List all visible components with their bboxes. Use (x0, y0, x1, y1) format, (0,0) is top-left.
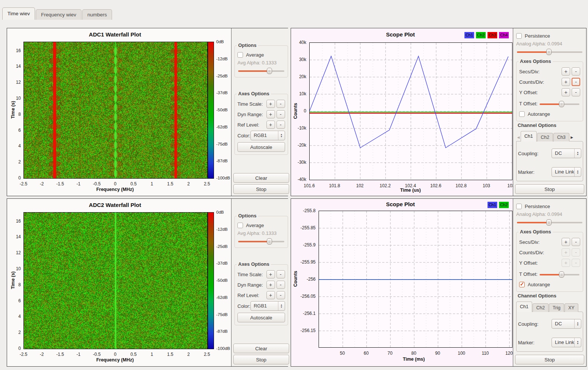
coupling-value: DC (552, 149, 574, 158)
coupling-select[interactable]: DC ▲▼ (552, 319, 581, 329)
autoscale-button[interactable]: Autoscale (237, 313, 285, 322)
tab-numbers[interactable]: numbers (82, 9, 112, 20)
legend-chip-ch1[interactable]: Ch1 (464, 32, 474, 38)
scope1-canvas[interactable] (309, 42, 512, 180)
secs-div-plus-button[interactable]: + (562, 67, 570, 76)
spin-up-down-icon[interactable]: ▲▼ (574, 168, 581, 176)
time-scale-minus-button[interactable]: - (277, 100, 285, 108)
marker-select[interactable]: Line Link ▲▼ (552, 167, 581, 177)
slider-handle[interactable] (546, 219, 552, 226)
y-offset-minus-button[interactable]: - (572, 88, 580, 96)
tab-time-view[interactable]: Time wiev (2, 7, 35, 20)
marker-select[interactable]: Line Link ▲▼ (552, 338, 581, 347)
waterfall1-control-panel: Options Average Avg Alpha: 0.1333 Axes O… (231, 28, 291, 196)
spin-up-down-icon[interactable]: ▲▼ (574, 149, 581, 158)
t-offset-label: T Offset: (519, 271, 537, 277)
slider-handle[interactable] (559, 271, 564, 278)
slider-handle[interactable] (267, 238, 272, 245)
slider-handle[interactable] (267, 68, 272, 74)
y-tick-label: 0 (18, 175, 21, 181)
ref-level-plus-button[interactable]: + (266, 291, 275, 299)
coupling-select[interactable]: DC ▲▼ (552, 149, 581, 158)
avg-alpha-slider[interactable] (238, 67, 284, 74)
analog-alpha-slider[interactable] (517, 219, 582, 226)
legend-chip-ch2[interactable]: Ch2 (476, 32, 486, 38)
legend-chip-ch2[interactable]: Ch2 (499, 202, 509, 208)
y-axis-title: Time (s) (10, 101, 16, 119)
y-tick-label: 6 (18, 298, 21, 303)
average-checkbox[interactable] (237, 52, 243, 58)
dyn-range-plus-button[interactable]: + (266, 110, 275, 118)
x-axis-title: Time (us) (400, 188, 421, 193)
dyn-range-plus-button[interactable]: + (266, 281, 275, 289)
counts-div-plus-button[interactable]: + (562, 78, 570, 86)
time-scale-minus-button[interactable]: - (277, 270, 285, 278)
channel-tab-ch1[interactable]: Ch1 (521, 131, 537, 141)
channel-tab-xy[interactable]: XY (565, 303, 578, 312)
ref-level-minus-button[interactable]: - (277, 121, 285, 129)
scope2-plot[interactable]: Scope Plot Counts Time (ms) 506070809010… (291, 199, 513, 366)
spin-up-down-icon[interactable]: ▲▼ (574, 319, 581, 328)
tab-scroll-left-icon[interactable]: ◀ (516, 135, 521, 141)
analog-alpha-slider[interactable] (517, 48, 582, 55)
wf1-image[interactable] (23, 42, 208, 179)
y-offset-plus-button[interactable]: + (562, 88, 570, 96)
avg-alpha-slider[interactable] (238, 238, 284, 245)
tab-scroll-right-icon[interactable]: ▶ (570, 135, 574, 141)
channel-options-group-title: Channel Options (516, 293, 558, 299)
adc2-waterfall-plot[interactable]: ADC2 Waterfall Plot Time (s) Frequency (… (7, 199, 231, 366)
color-select[interactable]: RGB1 ▲▼ (250, 131, 285, 140)
counts-div-minus-button[interactable]: - (572, 78, 580, 86)
secs-div-minus-button[interactable]: - (572, 238, 580, 246)
stop-button[interactable]: Stop (515, 355, 584, 364)
legend-chip-ch3[interactable]: Ch3 (488, 32, 497, 38)
marker-label: Marker: (518, 340, 552, 345)
time-scale-plus-button[interactable]: + (266, 100, 275, 108)
ref-level-minus-button[interactable]: - (277, 291, 285, 299)
clear-button[interactable]: Clear (233, 344, 289, 353)
time-scale-plus-button[interactable]: + (266, 270, 275, 278)
channel-tab-trig[interactable]: Trig (549, 303, 564, 312)
t-offset-slider[interactable] (540, 271, 579, 278)
x-tick-label: 102 (356, 183, 364, 188)
secs-div-minus-button[interactable]: - (572, 67, 580, 76)
average-checkbox[interactable] (237, 223, 243, 228)
scope1-plot[interactable]: Scope Plot Counts Time (us) 101.6101.810… (291, 28, 513, 196)
scope2-canvas[interactable] (319, 211, 512, 348)
stop-button[interactable]: Stop (233, 355, 289, 364)
persistence-checkbox[interactable] (516, 33, 522, 39)
spin-up-down-icon[interactable]: ▲▼ (278, 302, 285, 310)
channel-tab-ch3[interactable]: Ch3 (553, 133, 569, 141)
autorange-checkbox[interactable] (519, 282, 525, 287)
t-offset-slider[interactable] (540, 101, 579, 108)
persistence-checkbox[interactable] (516, 204, 522, 209)
channel-tab-ch2[interactable]: Ch2 (537, 133, 553, 141)
x-tick-label: 1 (151, 352, 153, 357)
spin-up-down-icon[interactable]: ▲▼ (278, 131, 285, 140)
channel-tab-ch2[interactable]: Ch2 (533, 303, 549, 312)
x-tick-label: -1 (77, 352, 81, 357)
channel-options-group-title: Channel Options (516, 122, 558, 128)
slider-handle[interactable] (559, 101, 564, 107)
coupling-label: Coupling: (518, 321, 552, 327)
wf2-image[interactable] (23, 212, 208, 349)
adc1-waterfall-plot[interactable]: ADC1 Waterfall Plot Time (s) Frequency (… (7, 28, 231, 196)
ref-level-plus-button[interactable]: + (266, 121, 275, 129)
stop-button[interactable]: Stop (233, 184, 289, 194)
axes-options-group-title: Axes Options (237, 91, 271, 96)
legend-chip-ch1[interactable]: Ch1 (488, 202, 497, 208)
slider-handle[interactable] (546, 49, 552, 55)
dyn-range-minus-button[interactable]: - (277, 281, 285, 289)
autorange-checkbox[interactable] (519, 111, 525, 117)
tab-frequency-view[interactable]: Frequency wiev (36, 9, 82, 20)
stop-button[interactable]: Stop (515, 184, 584, 194)
channel-tab-ch1[interactable]: Ch1 (516, 302, 532, 312)
clear-button[interactable]: Clear (233, 173, 289, 183)
color-select[interactable]: RGB1 ▲▼ (250, 301, 285, 311)
dyn-range-minus-button[interactable]: - (277, 110, 285, 118)
y-tick-label: 0 (304, 108, 306, 114)
spin-up-down-icon[interactable]: ▲▼ (574, 338, 581, 347)
secs-div-plus-button[interactable]: + (562, 238, 570, 246)
autoscale-button[interactable]: Autoscale (237, 142, 285, 152)
legend-chip-ch4[interactable]: Ch4 (499, 32, 509, 38)
